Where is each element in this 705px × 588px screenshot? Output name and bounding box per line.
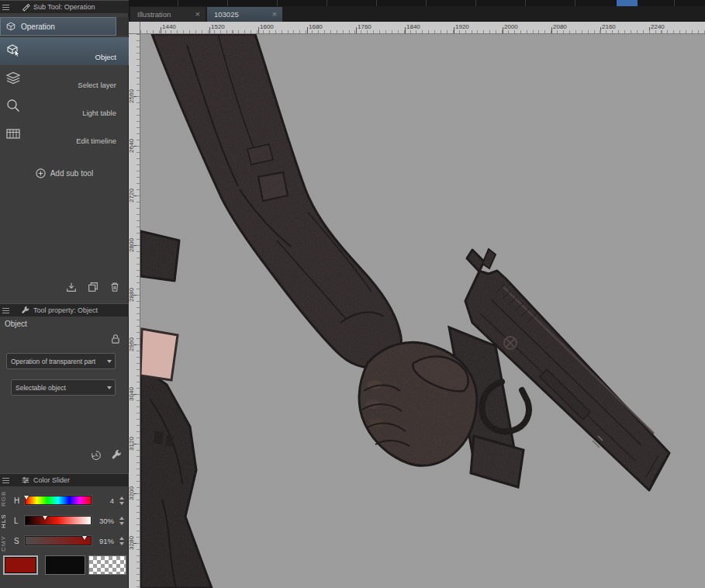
clip-studio-window: Sub Tool: Operation Operation Object Sel…: [0, 0, 705, 588]
h-ruler: 1440152016001680176018401920200020802160…: [140, 22, 705, 34]
subtool-item-select-layer[interactable]: Select layer: [0, 65, 129, 93]
subtool-panel-icon: [21, 2, 30, 12]
transparent-part-dropdown[interactable]: Operation of transparent part: [6, 353, 116, 369]
lightness-stepper[interactable]: [118, 517, 126, 525]
tool-group-label: Operation: [21, 22, 55, 31]
subtool-item-object[interactable]: Object: [0, 37, 129, 65]
select-layer-icon: [5, 69, 22, 86]
ruler-corner: [129, 22, 140, 34]
slider-label: L: [14, 517, 21, 525]
tool-name-label: Object: [5, 320, 27, 328]
slider-value: 91%: [95, 537, 114, 545]
slider-label: S: [14, 537, 21, 545]
hue-stepper[interactable]: [118, 496, 126, 505]
lock-icon[interactable]: [109, 333, 121, 344]
tab-label: 103025: [214, 10, 239, 19]
v-ruler: 2560264027202800288029603040312032003280: [129, 34, 140, 588]
subtool-item-light-table[interactable]: Light table: [0, 93, 129, 121]
saturation-slider[interactable]: [25, 536, 92, 545]
dropdown-value: Operation of transparent part: [11, 358, 95, 365]
lightness-slider-row: L 30%: [14, 514, 126, 527]
subtool-list-actions: [65, 281, 121, 293]
mode-tab-cmy[interactable]: CMY: [0, 533, 10, 555]
toolbar-edge-strip: [129, 0, 705, 6]
add-subtool-button[interactable]: Add sub tool: [0, 165, 129, 181]
add-icon: [36, 168, 46, 178]
dropdown-value: Selectable object: [16, 384, 66, 392]
canvas-artwork: [140, 34, 705, 588]
tab-label: Illustration: [137, 10, 171, 19]
subtool-item-label: Select layer: [78, 81, 116, 89]
mode-tab-hls[interactable]: HLS: [0, 510, 10, 532]
panel-menu-icon[interactable]: [2, 308, 9, 313]
close-icon[interactable]: ×: [195, 10, 200, 19]
light-table-icon: [5, 97, 22, 114]
slider-label: H: [14, 496, 21, 505]
tool-property-header: Tool property: Object: [0, 303, 129, 316]
subtool-panel-header: Sub Tool: Operation: [0, 0, 129, 13]
edit-timeline-icon: [5, 125, 22, 142]
hue-slider-row: H 4: [14, 494, 126, 507]
operation-group-icon: [5, 20, 17, 33]
mode-tab-rgb[interactable]: RGB: [0, 488, 10, 510]
color-slider-header: Color Slider: [0, 473, 129, 486]
tab-103025[interactable]: 103025 ×: [207, 7, 282, 22]
panel-menu-icon[interactable]: [2, 478, 9, 483]
delete-subtool-icon[interactable]: [109, 281, 121, 293]
chevron-down-icon: [107, 360, 112, 363]
tool-property-title: Tool property: Object: [33, 306, 98, 314]
toolbar-active-fragment: [617, 0, 638, 6]
selectable-object-dropdown[interactable]: Selectable object: [11, 379, 116, 396]
slider-value: 30%: [95, 517, 114, 525]
tool-property-actions: [90, 449, 123, 462]
saturation-slider-row: S 91%: [14, 534, 126, 547]
close-icon[interactable]: ×: [272, 10, 277, 19]
duplicate-subtool-icon[interactable]: [87, 281, 99, 293]
canvas-viewport[interactable]: [140, 34, 705, 588]
lightness-slider[interactable]: [25, 516, 92, 525]
object-tool-icon: [5, 41, 22, 58]
panel-menu-icon[interactable]: [2, 5, 9, 10]
subtool-item-label: Object: [95, 53, 116, 61]
chevron-down-icon: [107, 386, 112, 389]
subtool-item-label: Light table: [82, 109, 116, 117]
group-list-gutter: [116, 17, 129, 36]
add-subtool-label: Add sub tool: [50, 169, 94, 178]
import-subtool-icon[interactable]: [65, 281, 78, 293]
left-panel: Sub Tool: Operation Operation Object Sel…: [0, 0, 129, 588]
saturation-stepper[interactable]: [118, 537, 126, 545]
document-tabbar: Illustration × 103025 ×: [129, 6, 705, 22]
slider-value: 4: [95, 496, 114, 505]
secondary-color-swatch[interactable]: [45, 555, 85, 575]
slider-marker[interactable]: [43, 516, 47, 520]
slider-marker[interactable]: [82, 536, 87, 540]
subtool-item-edit-timeline[interactable]: Edit timeline: [0, 121, 129, 149]
hue-slider[interactable]: [25, 496, 92, 505]
slider-marker[interactable]: [24, 496, 29, 500]
subtool-panel-title: Sub Tool: Operation: [33, 3, 95, 11]
tab-illustration[interactable]: Illustration ×: [130, 7, 206, 22]
wrench-icon: [21, 306, 30, 315]
document-area: Illustration × 103025 × 1440152016001680…: [129, 0, 705, 588]
primary-color-swatch[interactable]: [3, 555, 38, 575]
subtool-item-label: Edit timeline: [76, 137, 116, 145]
transparent-color-swatch[interactable]: [88, 555, 126, 575]
settings-wrench-icon[interactable]: [111, 449, 123, 462]
color-slider-panel-icon: [21, 476, 30, 485]
history-icon[interactable]: [90, 449, 102, 462]
tool-group-operation[interactable]: Operation: [0, 17, 116, 36]
color-slider-title: Color Slider: [33, 476, 70, 484]
